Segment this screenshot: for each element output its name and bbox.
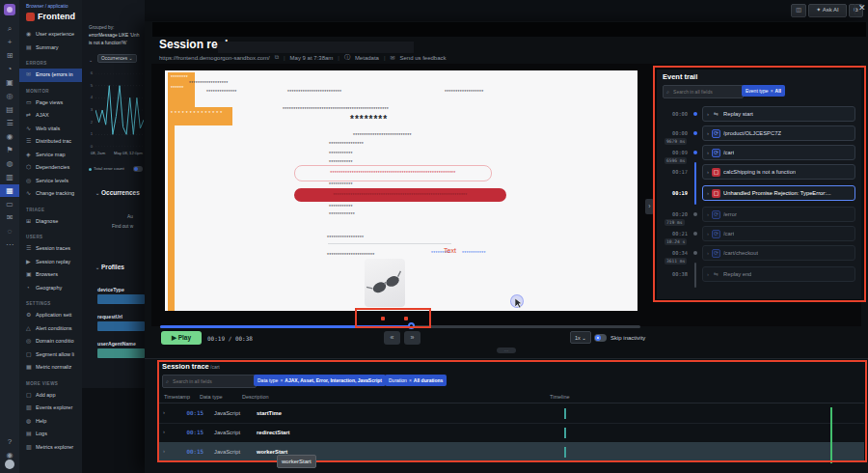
event-item-route[interactable]: ›⟳/cart/checkout [702, 245, 855, 261]
sidebar-item-errors-errors-in[interactable]: ✉Errors (errors in [19, 69, 82, 82]
sidebar-item-help[interactable]: ◍Help [19, 415, 82, 429]
security-icon[interactable]: ◉ [0, 130, 19, 143]
sidebar-item-application-sett[interactable]: ⚙Application sett [19, 309, 82, 322]
mobile-icon[interactable]: ▭ [0, 198, 19, 210]
timeline-error-marker[interactable] [404, 317, 408, 320]
more-icon[interactable]: ⋯ [0, 238, 19, 251]
chevron-right-icon[interactable]: › [707, 190, 709, 196]
event-item-route[interactable]: ›⟳/cart [702, 226, 855, 241]
column-header-description[interactable]: Description [242, 394, 269, 400]
event-item-replay[interactable]: ›⇆Replay end [702, 266, 855, 282]
event-item-error[interactable]: ›▢calcShipping is not a function [702, 164, 855, 180]
sidebar-item-domain-conditio[interactable]: ◎Domain conditio [19, 335, 82, 348]
event-type-filter-pill[interactable]: Event type×All [742, 85, 785, 97]
chevron-right-icon[interactable]: › [707, 231, 709, 236]
event-item-error[interactable]: ›▢Unhandled Promise Rejection: TypeError… [702, 185, 855, 201]
event-trail-search[interactable]: ⌕ [663, 85, 744, 98]
logs-icon[interactable]: ▤ [0, 103, 19, 116]
table-row[interactable]: ›00:15JavaScriptworkerStart [159, 442, 864, 462]
chevron-right-icon[interactable]: › [707, 271, 709, 277]
sidebar-item-ajax[interactable]: ⇄AJAX [19, 109, 82, 123]
event-item-replay[interactable]: ›⇆Replay start [702, 106, 855, 122]
feedback-link[interactable]: Send us feedback [400, 55, 447, 61]
event-item-route[interactable]: ›⟳/error [702, 207, 855, 222]
event-trail-search-input[interactable] [671, 88, 740, 96]
column-header-data-type[interactable]: Data type [200, 394, 223, 400]
sidebar-item-summary[interactable]: ▤Summary [19, 42, 82, 55]
notebooks-icon[interactable]: ▥ [0, 171, 19, 183]
chevron-right-icon[interactable]: › [707, 250, 709, 256]
ask-ai-button[interactable]: ✦ Ask AI [808, 4, 847, 17]
collapse-panel-icon[interactable]: › [645, 199, 654, 214]
chevron-right-icon[interactable]: › [707, 211, 709, 217]
sidebar-item-add-app[interactable]: ▢Add app [19, 389, 82, 403]
sidebar-item-diagnose[interactable]: ⊞Diagnose [19, 215, 82, 229]
datadog-logo-icon[interactable] [4, 4, 15, 15]
sidebar-item-logs[interactable]: ▤Logs [19, 428, 82, 441]
chevron-right-icon[interactable]: › [707, 150, 709, 155]
table-row[interactable]: ›00:15JavaScriptredirectStart [159, 423, 864, 443]
synthetics-icon[interactable]: ◍ [0, 157, 19, 170]
monitors-icon[interactable]: ⚑ [0, 144, 19, 156]
sidebar-item-page-views[interactable]: ▭Page views [19, 97, 82, 110]
dashboards-icon[interactable]: ⊞ [0, 49, 19, 62]
help-icon[interactable]: ? [0, 435, 19, 448]
profile-bar-deviceType[interactable] [97, 294, 145, 304]
metrics-icon[interactable]: ◔ [0, 63, 19, 75]
sidebar-item-distributed-trac[interactable]: ☰Distributed trac [19, 135, 82, 149]
data-type-filter-pill[interactable]: Data type×AJAX, Asset, Error, Interactio… [254, 375, 386, 386]
infrastructure-icon[interactable]: ▣ [0, 76, 19, 89]
column-header-timeline[interactable]: Timeline [550, 394, 570, 400]
timeline-error-marker[interactable] [381, 317, 385, 320]
apm-icon[interactable]: ◎ [0, 90, 19, 102]
chevron-down-icon[interactable]: ⌄ [89, 57, 93, 63]
sidebar-item-session-traces[interactable]: ☰Session traces [19, 242, 82, 256]
playback-speed-dropdown[interactable]: 1x ⌄ [570, 331, 591, 344]
profile-bar-requestUrl[interactable] [97, 321, 145, 331]
search-icon[interactable]: ⌕ [0, 22, 19, 35]
chevron-right-icon[interactable]: › [707, 111, 709, 117]
ci-icon[interactable]: ◌ [0, 225, 19, 237]
sidebar-item-session-replay[interactable]: ▶Session replay [19, 256, 82, 269]
legend-label[interactable]: Total error count [94, 166, 124, 171]
sidebar-item-service-map[interactable]: ◈Service map [19, 149, 82, 162]
chevron-right-icon[interactable]: › [707, 169, 709, 175]
side-panel-icon[interactable]: ◫ [791, 4, 806, 17]
metric-dropdown[interactable]: Occurrences ⌄ [97, 54, 137, 63]
skip-inactivity-toggle[interactable] [594, 334, 607, 342]
resize-handle[interactable]: … [497, 348, 516, 353]
sidebar-item-change-tracking[interactable]: ∿Change tracking [19, 187, 82, 201]
profile-bar-userAgentName[interactable] [97, 348, 145, 358]
inbox-icon[interactable]: ✉ [0, 211, 19, 224]
sidebar-item-metrics-explorer[interactable]: ▥Metrics explorer [19, 441, 82, 455]
close-icon[interactable]: ✕ [858, 3, 866, 13]
metadata-link[interactable]: Metadata [355, 55, 379, 61]
sidebar-item-user-experience[interactable]: ◉User experience [19, 28, 82, 42]
trace-search-input[interactable] [171, 377, 253, 385]
event-item-route[interactable]: ›⟳/cart [702, 145, 855, 160]
column-header-timestamp[interactable]: Timestamp [164, 394, 190, 400]
next-event-button[interactable]: » [404, 331, 420, 345]
play-button[interactable]: ▶ Play [161, 331, 202, 345]
table-row[interactable]: ›00:15JavaScriptstartTime [159, 403, 864, 424]
list-icon[interactable]: ☰ [0, 117, 19, 129]
rum-icon[interactable]: ▦ [0, 184, 19, 197]
sidebar-item-geography[interactable]: ◔Geography [19, 282, 82, 295]
add-icon[interactable]: + [0, 36, 19, 48]
previous-event-button[interactable]: « [384, 331, 400, 345]
duration-filter-pill[interactable]: Duration×All durations [385, 375, 447, 386]
trace-search[interactable]: ⌕ [162, 375, 257, 388]
sidebar-item-web-vitals[interactable]: ∿Web vitals [19, 123, 82, 136]
sidebar-item-dependencies[interactable]: ⬡Dependencies [19, 161, 82, 175]
sidebar-item-browsers[interactable]: ▣Browsers [19, 268, 82, 282]
copy-icon[interactable]: ⧉ [275, 54, 279, 61]
sidebar-item-alert-conditions[interactable]: △Alert conditions [19, 322, 82, 336]
chevron-right-icon[interactable]: › [707, 130, 709, 136]
event-item-route[interactable]: ›⟳/product/OLJCESPC7Z [702, 125, 855, 141]
session-url[interactable]: https://frontend.demogorgon-sandbox.com/ [159, 55, 270, 61]
sidebar-item-events-explorer[interactable]: ▥Events explorer [19, 402, 82, 415]
sidebar-item-service-levels[interactable]: ◎Service levels [19, 175, 82, 188]
legend-toggle[interactable] [133, 166, 143, 172]
avatar[interactable] [5, 459, 14, 469]
sidebar-item-segment-allow-li[interactable]: ▢Segment allow li [19, 348, 82, 362]
